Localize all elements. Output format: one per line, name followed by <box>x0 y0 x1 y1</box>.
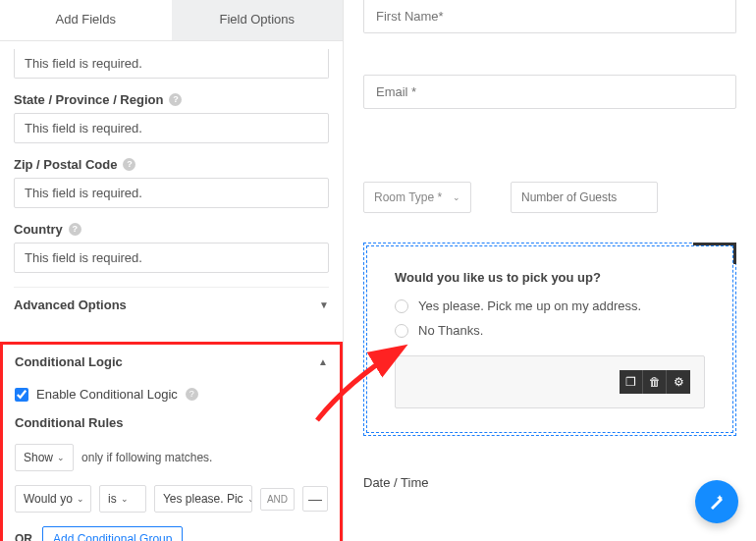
chevron-down-icon: ▼ <box>319 299 329 310</box>
rule-field-select[interactable]: Would yo ⌄ <box>15 485 91 513</box>
country-required-input[interactable] <box>14 243 329 273</box>
copy-icon: ❐ <box>625 375 636 389</box>
help-icon[interactable]: ? <box>123 158 135 171</box>
email-input[interactable] <box>363 75 736 109</box>
chevron-down-icon: ⌄ <box>121 494 129 504</box>
section-advanced-title: Advanced Options <box>14 298 127 312</box>
first-name-input[interactable] <box>363 0 736 33</box>
room-type-value: Room Type * <box>374 190 442 204</box>
delete-button[interactable]: 🗑 <box>643 370 667 394</box>
label-country-text: Country <box>14 222 63 237</box>
chevron-down-icon: ⌄ <box>453 192 460 202</box>
room-type-select[interactable]: Room Type * ⌄ <box>363 182 471 213</box>
tab-field-options[interactable]: Field Options <box>172 0 344 40</box>
label-country: Country ? <box>14 222 329 237</box>
conditional-rules-label: Conditional Rules <box>15 415 328 430</box>
section-advanced-options[interactable]: Advanced Options ▼ <box>14 287 329 322</box>
state-required-input[interactable] <box>14 113 329 143</box>
radio-label: No Thanks. <box>418 323 483 338</box>
rule-value-select[interactable]: Yes please. Pic ⌄ <box>154 485 252 513</box>
selected-form-field[interactable]: 🗑 ✎ Would you like us to pick you up? Ye… <box>363 243 736 436</box>
wand-icon <box>707 492 727 512</box>
rule-field-value: Would yo <box>24 492 73 506</box>
rule-operator-select[interactable]: is ⌄ <box>99 485 146 513</box>
radio-label: Yes please. Pick me up on my address. <box>418 298 641 313</box>
fab-button[interactable] <box>695 480 738 523</box>
add-conditional-group-button[interactable]: Add Conditional Group <box>42 526 183 541</box>
enable-conditional-label: Enable Conditional Logic <box>36 387 178 402</box>
rule-operator-value: is <box>108 492 117 506</box>
help-icon[interactable]: ? <box>69 223 81 236</box>
trash-icon: 🗑 <box>649 375 661 389</box>
help-icon[interactable]: ? <box>169 93 182 106</box>
cut-required-input[interactable] <box>14 49 329 79</box>
help-icon[interactable]: ? <box>186 388 198 401</box>
copy-button[interactable]: ❐ <box>620 370 643 394</box>
settings-button[interactable]: ⚙ <box>667 370 690 394</box>
date-time-label: Date / Time <box>363 475 736 490</box>
sub-field-toolbar: ❐ 🗑 ⚙ <box>395 355 705 408</box>
section-conditional-logic[interactable]: Conditional Logic ▲ <box>15 354 328 379</box>
tab-add-fields[interactable]: Add Fields <box>0 0 172 40</box>
remove-rule-button[interactable]: — <box>302 486 328 512</box>
label-state: State / Province / Region ? <box>14 92 329 107</box>
chevron-down-icon: ⌄ <box>247 494 252 504</box>
field-question: Would you like us to pick you up? <box>395 270 705 285</box>
label-state-text: State / Province / Region <box>14 92 163 107</box>
radio-option[interactable]: No Thanks. <box>395 323 705 338</box>
rule-value-text: Yes please. Pic <box>163 492 243 506</box>
radio-icon <box>395 299 408 313</box>
match-text: only if following matches. <box>81 451 212 464</box>
chevron-down-icon: ⌄ <box>77 494 84 504</box>
section-conditional-title: Conditional Logic <box>15 354 123 369</box>
label-zip: Zip / Postal Code ? <box>14 157 329 172</box>
label-zip-text: Zip / Postal Code <box>14 157 117 172</box>
and-button[interactable]: AND <box>260 488 295 511</box>
chevron-up-icon: ▲ <box>318 356 328 367</box>
minus-icon: — <box>308 491 322 507</box>
show-hide-value: Show <box>24 451 53 464</box>
radio-option[interactable]: Yes please. Pick me up on my address. <box>395 298 705 313</box>
guests-input[interactable] <box>511 182 658 213</box>
show-hide-select[interactable]: Show ⌄ <box>15 444 74 471</box>
gear-icon: ⚙ <box>674 375 684 389</box>
enable-conditional-checkbox[interactable] <box>15 388 28 402</box>
chevron-down-icon: ⌄ <box>57 453 65 462</box>
conditional-logic-highlight: Conditional Logic ▲ Enable Conditional L… <box>0 342 343 541</box>
or-label: OR <box>15 532 32 541</box>
radio-icon <box>395 324 408 338</box>
zip-required-input[interactable] <box>14 178 329 208</box>
